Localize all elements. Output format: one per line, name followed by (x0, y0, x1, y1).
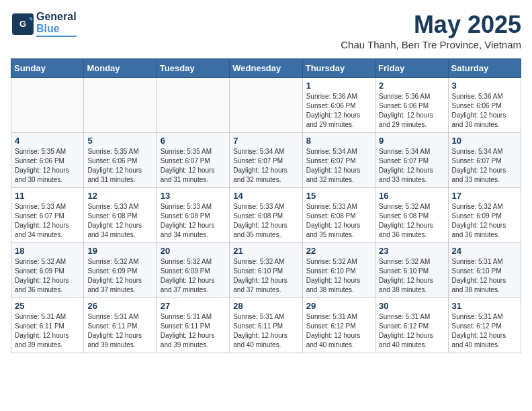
day-info: Sunrise: 5:31 AM Sunset: 6:12 PM Dayligh… (379, 312, 444, 350)
day-info: Sunrise: 5:35 AM Sunset: 6:07 PM Dayligh… (161, 147, 226, 185)
day-number: 16 (379, 191, 444, 201)
day-number: 14 (233, 191, 298, 201)
title-block: May 2025 Chau Thanh, Ben Tre Province, V… (341, 11, 521, 50)
svg-text:G: G (19, 19, 26, 29)
calendar-cell: 5Sunrise: 5:35 AM Sunset: 6:06 PM Daylig… (84, 133, 157, 188)
calendar-cell (84, 78, 157, 133)
calendar-header-row: SundayMondayTuesdayWednesdayThursdayFrid… (11, 59, 521, 78)
day-number: 12 (87, 191, 152, 201)
calendar-cell: 1Sunrise: 5:36 AM Sunset: 6:06 PM Daylig… (302, 78, 375, 133)
day-number: 15 (306, 191, 371, 201)
header-sunday: Sunday (11, 59, 84, 78)
day-info: Sunrise: 5:34 AM Sunset: 6:07 PM Dayligh… (306, 147, 371, 185)
day-number: 13 (161, 191, 226, 201)
calendar-cell (230, 78, 302, 133)
day-info: Sunrise: 5:31 AM Sunset: 6:11 PM Dayligh… (161, 312, 226, 350)
day-number: 9 (379, 136, 444, 146)
day-info: Sunrise: 5:31 AM Sunset: 6:11 PM Dayligh… (233, 312, 298, 350)
day-info: Sunrise: 5:33 AM Sunset: 6:08 PM Dayligh… (306, 202, 371, 240)
day-number: 25 (15, 301, 80, 311)
calendar-cell: 21Sunrise: 5:32 AM Sunset: 6:10 PM Dayli… (230, 243, 302, 298)
day-info: Sunrise: 5:33 AM Sunset: 6:08 PM Dayligh… (87, 202, 152, 240)
day-info: Sunrise: 5:35 AM Sunset: 6:06 PM Dayligh… (87, 147, 152, 185)
day-number: 7 (233, 136, 298, 146)
week-row-3: 11Sunrise: 5:33 AM Sunset: 6:07 PM Dayli… (11, 188, 521, 243)
header-saturday: Saturday (448, 59, 521, 78)
calendar-cell: 22Sunrise: 5:32 AM Sunset: 6:10 PM Dayli… (302, 243, 375, 298)
day-number: 26 (87, 301, 152, 311)
day-number: 18 (15, 246, 80, 256)
calendar-cell: 23Sunrise: 5:32 AM Sunset: 6:10 PM Dayli… (375, 243, 448, 298)
calendar-body: 1Sunrise: 5:36 AM Sunset: 6:06 PM Daylig… (11, 78, 521, 353)
day-number: 1 (306, 81, 371, 91)
week-row-2: 4Sunrise: 5:35 AM Sunset: 6:06 PM Daylig… (11, 133, 521, 188)
day-info: Sunrise: 5:33 AM Sunset: 6:07 PM Dayligh… (15, 202, 80, 240)
day-number: 17 (452, 191, 517, 201)
logo-underline (36, 36, 77, 37)
day-number: 27 (161, 301, 226, 311)
day-number: 6 (161, 136, 226, 146)
day-number: 4 (15, 136, 80, 146)
calendar-cell: 19Sunrise: 5:32 AM Sunset: 6:09 PM Dayli… (84, 243, 157, 298)
calendar-cell: 29Sunrise: 5:31 AM Sunset: 6:12 PM Dayli… (302, 298, 375, 353)
calendar-cell: 14Sunrise: 5:33 AM Sunset: 6:08 PM Dayli… (230, 188, 302, 243)
calendar-cell: 16Sunrise: 5:32 AM Sunset: 6:08 PM Dayli… (375, 188, 448, 243)
logo-icon: G (11, 12, 35, 36)
day-info: Sunrise: 5:31 AM Sunset: 6:10 PM Dayligh… (452, 257, 517, 295)
day-number: 11 (15, 191, 80, 201)
logo-line2: Blue (36, 23, 77, 35)
day-info: Sunrise: 5:32 AM Sunset: 6:08 PM Dayligh… (379, 202, 444, 240)
day-info: Sunrise: 5:34 AM Sunset: 6:07 PM Dayligh… (233, 147, 298, 185)
day-info: Sunrise: 5:32 AM Sunset: 6:10 PM Dayligh… (306, 257, 371, 295)
calendar-cell: 20Sunrise: 5:32 AM Sunset: 6:09 PM Dayli… (157, 243, 229, 298)
calendar-cell (157, 78, 229, 133)
day-number: 10 (452, 136, 517, 146)
day-info: Sunrise: 5:31 AM Sunset: 6:11 PM Dayligh… (87, 312, 152, 350)
logo: G General Blue (11, 11, 77, 37)
calendar-cell: 13Sunrise: 5:33 AM Sunset: 6:08 PM Dayli… (157, 188, 229, 243)
day-number: 22 (306, 246, 371, 256)
calendar-cell: 9Sunrise: 5:34 AM Sunset: 6:07 PM Daylig… (375, 133, 448, 188)
day-info: Sunrise: 5:32 AM Sunset: 6:10 PM Dayligh… (233, 257, 298, 295)
day-number: 2 (379, 81, 444, 91)
day-info: Sunrise: 5:32 AM Sunset: 6:09 PM Dayligh… (87, 257, 152, 295)
week-row-5: 25Sunrise: 5:31 AM Sunset: 6:11 PM Dayli… (11, 298, 521, 353)
calendar-subtitle: Chau Thanh, Ben Tre Province, Vietnam (341, 39, 521, 50)
calendar-cell: 31Sunrise: 5:31 AM Sunset: 6:12 PM Dayli… (448, 298, 521, 353)
calendar-cell: 15Sunrise: 5:33 AM Sunset: 6:08 PM Dayli… (302, 188, 375, 243)
day-info: Sunrise: 5:35 AM Sunset: 6:06 PM Dayligh… (15, 147, 80, 185)
day-info: Sunrise: 5:33 AM Sunset: 6:08 PM Dayligh… (161, 202, 226, 240)
calendar-title: May 2025 (341, 11, 521, 39)
calendar-cell: 12Sunrise: 5:33 AM Sunset: 6:08 PM Dayli… (84, 188, 157, 243)
calendar-cell: 24Sunrise: 5:31 AM Sunset: 6:10 PM Dayli… (448, 243, 521, 298)
day-info: Sunrise: 5:34 AM Sunset: 6:07 PM Dayligh… (379, 147, 444, 185)
header-thursday: Thursday (302, 59, 375, 78)
day-number: 3 (452, 81, 517, 91)
logo-line1: General (36, 11, 77, 23)
day-number: 19 (87, 246, 152, 256)
header-monday: Monday (84, 59, 157, 78)
day-info: Sunrise: 5:36 AM Sunset: 6:06 PM Dayligh… (379, 92, 444, 130)
day-info: Sunrise: 5:31 AM Sunset: 6:11 PM Dayligh… (15, 312, 80, 350)
day-number: 24 (452, 246, 517, 256)
week-row-4: 18Sunrise: 5:32 AM Sunset: 6:09 PM Dayli… (11, 243, 521, 298)
day-info: Sunrise: 5:32 AM Sunset: 6:10 PM Dayligh… (379, 257, 444, 295)
day-number: 8 (306, 136, 371, 146)
day-info: Sunrise: 5:36 AM Sunset: 6:06 PM Dayligh… (452, 92, 517, 130)
calendar-cell: 30Sunrise: 5:31 AM Sunset: 6:12 PM Dayli… (375, 298, 448, 353)
day-number: 23 (379, 246, 444, 256)
calendar-cell: 26Sunrise: 5:31 AM Sunset: 6:11 PM Dayli… (84, 298, 157, 353)
day-number: 30 (379, 301, 444, 311)
header-friday: Friday (375, 59, 448, 78)
day-number: 28 (233, 301, 298, 311)
day-info: Sunrise: 5:31 AM Sunset: 6:12 PM Dayligh… (306, 312, 371, 350)
day-info: Sunrise: 5:36 AM Sunset: 6:06 PM Dayligh… (306, 92, 371, 130)
calendar-cell: 6Sunrise: 5:35 AM Sunset: 6:07 PM Daylig… (157, 133, 229, 188)
calendar-table: SundayMondayTuesdayWednesdayThursdayFrid… (11, 58, 521, 353)
day-number: 29 (306, 301, 371, 311)
day-number: 20 (161, 246, 226, 256)
day-info: Sunrise: 5:32 AM Sunset: 6:09 PM Dayligh… (161, 257, 226, 295)
day-info: Sunrise: 5:34 AM Sunset: 6:07 PM Dayligh… (452, 147, 517, 185)
calendar-cell: 10Sunrise: 5:34 AM Sunset: 6:07 PM Dayli… (448, 133, 521, 188)
day-info: Sunrise: 5:33 AM Sunset: 6:08 PM Dayligh… (233, 202, 298, 240)
